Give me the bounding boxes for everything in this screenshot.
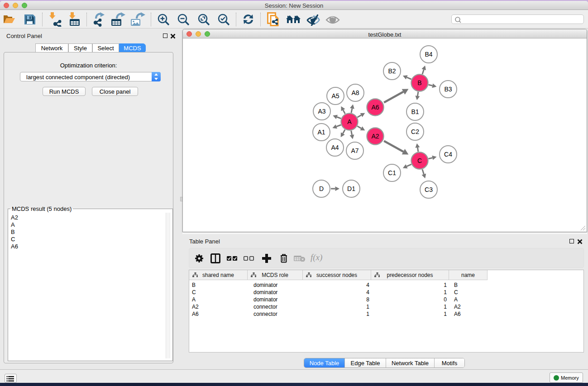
svg-text:B: B — [417, 79, 421, 86]
svg-text:B4: B4 — [425, 51, 432, 58]
svg-text:D1: D1 — [347, 185, 355, 192]
svg-text:C3: C3 — [425, 186, 433, 193]
svg-text:A3: A3 — [318, 108, 325, 115]
svg-text:A5: A5 — [331, 92, 339, 100]
svg-text:C: C — [417, 157, 422, 164]
svg-text:A7: A7 — [351, 147, 359, 154]
svg-text:B1: B1 — [411, 108, 419, 115]
svg-text:A1: A1 — [317, 129, 325, 136]
svg-text:C2: C2 — [411, 128, 419, 135]
svg-text:A: A — [347, 118, 352, 125]
svg-text:A4: A4 — [331, 144, 339, 151]
svg-text:B3: B3 — [444, 86, 452, 93]
svg-text:B2: B2 — [388, 67, 396, 75]
svg-text:C1: C1 — [388, 169, 396, 176]
svg-text:C4: C4 — [444, 151, 452, 158]
svg-text:A2: A2 — [371, 133, 379, 140]
svg-text:A6: A6 — [371, 104, 379, 111]
svg-text:D: D — [319, 185, 324, 192]
svg-text:A8: A8 — [351, 89, 359, 96]
